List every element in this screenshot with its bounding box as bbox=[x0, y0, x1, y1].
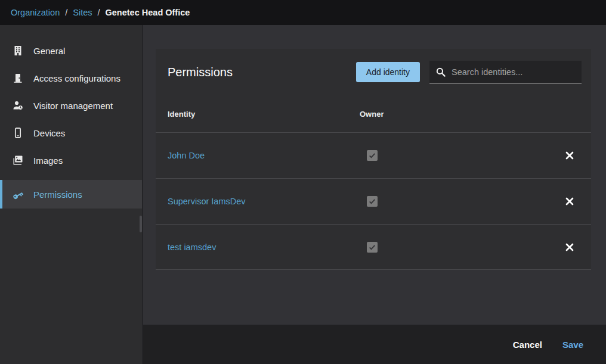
owner-checkbox[interactable] bbox=[367, 150, 378, 161]
breadcrumb-separator: / bbox=[65, 8, 67, 17]
breadcrumb-current-page: Genetec Head Office bbox=[106, 8, 190, 17]
table-row: Supervisor IamsDev bbox=[156, 178, 591, 224]
sidebar-item-devices[interactable]: Devices bbox=[0, 119, 142, 147]
close-icon bbox=[565, 197, 574, 206]
sidebar-item-label: Access configurations bbox=[33, 73, 120, 83]
identity-link[interactable]: Supervisor IamsDev bbox=[168, 197, 246, 206]
page-title: Permissions bbox=[168, 66, 356, 79]
sidebar-item-visitor-management[interactable]: Visitor management bbox=[0, 92, 142, 119]
sidebar-item-label: General bbox=[33, 46, 65, 56]
search-icon bbox=[435, 67, 446, 77]
breadcrumb: Organization / Sites / Genetec Head Offi… bbox=[0, 0, 606, 25]
permissions-panel: Permissions Add identity Identity Owner … bbox=[156, 49, 591, 270]
sidebar-item-images[interactable]: Images bbox=[0, 147, 142, 174]
add-identity-button[interactable]: Add identity bbox=[356, 62, 420, 82]
breadcrumb-sites[interactable]: Sites bbox=[73, 8, 92, 17]
owner-checkbox[interactable] bbox=[367, 196, 378, 207]
sidebar-item-general[interactable]: General bbox=[0, 37, 142, 64]
sidebar-scrollbar-thumb[interactable] bbox=[140, 216, 142, 232]
save-button[interactable]: Save bbox=[561, 336, 585, 353]
key-icon bbox=[12, 188, 24, 200]
table-header: Identity Owner bbox=[156, 95, 591, 132]
sidebar-item-permissions[interactable]: Permissions bbox=[0, 180, 142, 209]
door-icon bbox=[12, 72, 24, 84]
remove-identity-button[interactable] bbox=[561, 193, 578, 210]
building-icon bbox=[12, 45, 24, 57]
column-header-identity: Identity bbox=[168, 110, 360, 119]
search-box[interactable] bbox=[429, 61, 582, 83]
checkmark-icon bbox=[368, 243, 376, 251]
visitor-icon bbox=[12, 99, 24, 111]
column-header-owner: Owner bbox=[360, 110, 558, 119]
search-identities-input[interactable] bbox=[452, 67, 576, 77]
checkmark-icon bbox=[368, 197, 376, 206]
sidebar-item-label: Permissions bbox=[33, 189, 82, 200]
remove-identity-button[interactable] bbox=[561, 147, 578, 164]
sidebar-item-label: Images bbox=[33, 155, 63, 166]
identity-link[interactable]: test iamsdev bbox=[168, 242, 216, 252]
owner-checkbox[interactable] bbox=[367, 242, 378, 253]
sidebar-item-label: Visitor management bbox=[33, 101, 113, 111]
sidebar-item-access-configurations[interactable]: Access configurations bbox=[0, 64, 142, 92]
panel-header: Permissions Add identity bbox=[156, 49, 591, 95]
checkmark-icon bbox=[368, 151, 376, 160]
table-row: test iamsdev bbox=[156, 224, 591, 270]
cancel-button[interactable]: Cancel bbox=[512, 336, 543, 353]
sidebar: General Access configurations bbox=[0, 25, 143, 364]
sidebar-item-label: Devices bbox=[33, 128, 65, 138]
breadcrumb-organization[interactable]: Organization bbox=[11, 8, 60, 17]
images-icon bbox=[12, 154, 24, 166]
smartphone-icon bbox=[12, 127, 24, 139]
breadcrumb-separator: / bbox=[98, 8, 100, 17]
table-row: John Doe bbox=[156, 132, 591, 178]
main-content: Permissions Add identity Identity Owner … bbox=[143, 25, 606, 364]
footer-action-bar: Cancel Save bbox=[143, 325, 606, 364]
remove-identity-button[interactable] bbox=[561, 239, 578, 256]
close-icon bbox=[565, 151, 574, 160]
close-icon bbox=[565, 243, 574, 251]
identity-link[interactable]: John Doe bbox=[168, 151, 205, 160]
